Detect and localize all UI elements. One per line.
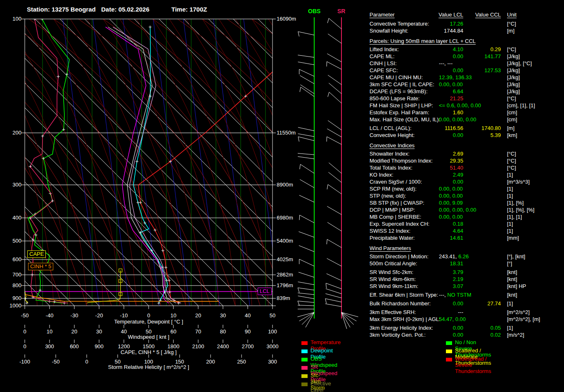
param-unit: [m] (507, 28, 514, 34)
temperature-axis-title: Temperature, Dewpoint [ °C ] (66, 319, 231, 325)
table-section-title: Wind Parameters (370, 245, 411, 251)
param-unit: [knt] HP (507, 283, 526, 289)
param-unit: [cm], [1], [1] (507, 102, 535, 109)
param-value-ccl: 5.39 (491, 132, 501, 138)
param-label: LCL / CCL (AGL): (370, 125, 412, 131)
param-label: Eff. Shear 6km | Storm Type: (370, 292, 438, 298)
param-value-lcl: 1744.84 (444, 28, 463, 34)
param-label: Bulk Richardson Number: (370, 300, 431, 307)
param-value-lcl: 0.00 (453, 132, 463, 138)
param-value-lcl: 4.64 (453, 228, 463, 234)
legend-swatch (301, 383, 308, 386)
param-value: 0.00, 0.00 (439, 186, 463, 192)
param-unit: [mm] (507, 235, 519, 241)
legend-swatch (446, 349, 452, 353)
dewpoint-profile (133, 27, 168, 303)
param-unit: [1] (507, 186, 513, 192)
param-value: 0.00, 9.09 (439, 200, 463, 206)
pressure-tick-label: 800 (5, 282, 21, 288)
srh-tick-label: 300 (260, 359, 285, 365)
legend-swatch (446, 358, 452, 361)
param-unit: [m/s^2] (507, 332, 524, 338)
param-unit: [J/kg], [°C] (507, 60, 532, 66)
srh-axis-title: Storm Relative Helicity [ m^2/s^2 ] (66, 364, 231, 370)
temp-tick-label: -30 (62, 312, 87, 319)
param-unit: [1] (507, 228, 513, 234)
param-label: 500m Critical Angle: (370, 260, 417, 267)
param-value: 0.00, 0.00 (439, 81, 463, 87)
lcl-overlay-label: LCL (258, 288, 272, 295)
param-value: 0.00, 0.00, 0.00 (439, 116, 476, 123)
param-unit: [1], [%] (507, 200, 524, 206)
param-value-lcl: 0.00 (453, 325, 463, 331)
param-value: 54.47, 0.00 (439, 316, 466, 322)
pressure-tick-label: 900 (5, 295, 21, 301)
param-unit: [m] (507, 125, 514, 131)
param-value: <= 0.6, 0.00, 0.00 (439, 102, 481, 109)
temp-tick-label: -20 (87, 312, 111, 319)
obs-wind-barbs (297, 32, 314, 328)
param-unit: [°], [knt] (507, 253, 525, 260)
table-header-parameter: Parameter (370, 12, 395, 18)
param-value-ccl: 141.77 (484, 53, 501, 59)
param-unit: [1], [%], [%] (507, 207, 534, 213)
cape-tick-label: 600 (62, 343, 87, 349)
param-label: CAPE SFC: (370, 67, 398, 73)
cape-overlay-label: CAPE (27, 250, 46, 258)
param-value-ccl: 0.05 (491, 325, 501, 331)
param-label: Exp. Supercell Index CH: (370, 221, 429, 227)
param-label: FM Hail Size | SHIP | LHP: (370, 102, 433, 109)
param-value-lcl: 6.64 (453, 88, 463, 94)
param-value-lcl: 1116.56 (445, 125, 463, 131)
height-tick-label: 11550m (277, 130, 296, 136)
param-unit: [J/kg] (507, 74, 520, 80)
temp-tick-label: 50 (260, 312, 285, 319)
wind-tick-label: 100 (260, 328, 285, 335)
windspeed-axis-title: Windspeed [ knt ] (66, 334, 231, 340)
param-label: 850-600 Lapse Rate: (370, 95, 419, 102)
param-value-lcl: 0.00 (453, 179, 463, 185)
param-unit: [°] (507, 260, 512, 267)
param-unit: [km] (507, 132, 517, 138)
param-unit: [1] (507, 325, 513, 331)
cape-tick-label: 2400 (211, 343, 235, 349)
param-unit: [1] (507, 300, 513, 307)
param-unit: [1] (507, 172, 513, 178)
param-label: STP (new, old): (370, 193, 406, 199)
param-unit: [J/kg] (507, 53, 520, 59)
param-unit: [°C] (507, 151, 516, 157)
param-value-lcl: 0.00 (453, 332, 463, 338)
param-value-lcl: 51.40 (450, 165, 463, 171)
param-unit: [knt] (507, 276, 517, 282)
param-label: Convective Temperature: (370, 21, 429, 27)
legend-swatch (301, 374, 308, 378)
table-header-value-ccl: Value CCL (475, 12, 501, 18)
param-value: 243.41, 6.26 (439, 253, 469, 260)
param-unit: [J/kg] (507, 81, 520, 87)
pressure-tick-label: 400 (5, 215, 21, 221)
param-label: Showalter Index: (370, 151, 410, 157)
param-value-ccl: 1740.80 (481, 125, 501, 131)
param-unit: [°C] (507, 46, 516, 52)
height-tick-label: 1796m (277, 282, 293, 288)
param-value-lcl: 29.35 (450, 158, 463, 164)
temp-tick-label: -10 (111, 312, 136, 319)
param-label: 3km Vorticity Gen. Pot.: (370, 332, 426, 338)
cape-tick-label: 1200 (111, 343, 136, 349)
temp-tick-label: 10 (161, 312, 186, 319)
param-label: 3km SFC CAPE | IL CAPE: (370, 81, 434, 87)
param-value-lcl: 2.49 (453, 172, 463, 178)
param-label: CAPE MU | CINH MU: (370, 74, 423, 80)
param-label: Max. Hail Size (OLD, MU, IL): (370, 116, 440, 123)
param-value-lcl: 17.26 (450, 21, 463, 27)
param-value: ---, --- (439, 60, 453, 66)
temp-tick-label: -40 (37, 312, 62, 319)
param-value-lcl: 18.31 (450, 260, 463, 267)
param-unit: [cm] (507, 109, 517, 116)
legend-label: Widespread / Severe Thunderstorms (455, 356, 491, 374)
param-label: SB STP (fix) | CWASP: (370, 200, 424, 206)
param-value-lcl: 3.79 (453, 269, 463, 275)
param-unit: [°C] (507, 95, 516, 102)
legend-swatch (301, 349, 308, 353)
srh-tick-label: -100 (12, 359, 37, 365)
